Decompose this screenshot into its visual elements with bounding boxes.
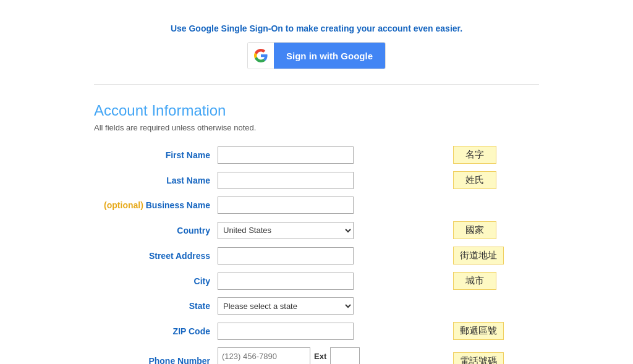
page-wrapper: Use Google Single Sign-On to make creati… [69,0,564,364]
first-name-row: First Name 名字 [94,142,539,167]
phone-number-row: Phone Number Ext Use an international nu… [94,344,539,364]
phone-annotation: 電話號碼 [453,352,504,365]
country-annotation-cell: 國家 [446,218,539,243]
country-select[interactable]: United States Canada United Kingdom Aust… [218,222,354,239]
last-name-annotation: 姓氏 [453,171,496,189]
business-name-annotation-cell [446,193,539,218]
business-name-label: (optional) Business Name [94,193,218,218]
business-name-input-cell [218,193,446,218]
street-address-annotation-cell: 街道地址 [446,243,539,268]
state-row: State Please select a state Alabama Alas… [94,294,539,318]
city-annotation: 城市 [453,272,496,290]
zip-code-annotation-cell: 郵遞區號 [446,318,539,344]
phone-block: Ext Use an international number [218,347,446,364]
account-section: Account Information All fields are requi… [94,99,539,364]
business-name-row: (optional) Business Name [94,193,539,218]
phone-row-content: Ext [218,347,446,364]
last-name-input-cell [218,167,446,193]
section-title: Account Information [94,102,539,119]
state-label: State [94,294,218,318]
optional-prefix: (optional) [104,200,143,210]
phone-number-label: Phone Number [94,344,218,364]
first-name-annotation-cell: 名字 [446,142,539,167]
ext-input[interactable] [330,347,360,364]
city-row: City 城市 [94,268,539,294]
country-input-cell: United States Canada United Kingdom Aust… [218,218,446,243]
sso-promo-text: Use Google Single Sign-On to make creati… [94,23,539,33]
country-label: Country [94,218,218,243]
phone-input[interactable] [218,347,310,364]
zip-code-label: ZIP Code [94,318,218,344]
city-label: City [94,268,218,294]
state-input-cell: Please select a state Alabama Alaska Ari… [218,294,446,318]
first-name-input-cell [218,142,446,167]
account-form: First Name 名字 Last Name 姓氏 [94,142,539,364]
street-address-row: Street Address 街道地址 [94,243,539,268]
google-signin-label: Sign in with Google [274,43,385,69]
zip-code-input-cell [218,318,446,344]
last-name-annotation-cell: 姓氏 [446,167,539,193]
zip-code-annotation: 郵遞區號 [453,322,504,340]
first-name-input[interactable] [218,146,354,164]
last-name-row: Last Name 姓氏 [94,167,539,193]
street-address-input-cell [218,243,446,268]
country-row: Country United States Canada United King… [94,218,539,243]
google-signin-button[interactable]: Sign in with Google [247,42,386,69]
google-icon [248,43,274,69]
country-annotation: 國家 [453,221,496,239]
required-note: All fields are required unless otherwise… [94,123,539,132]
business-name-input[interactable] [218,197,354,214]
zip-code-input[interactable] [218,323,354,340]
street-address-input[interactable] [218,247,354,265]
first-name-annotation: 名字 [453,146,496,164]
ext-label: Ext [314,352,326,361]
last-name-label: Last Name [94,167,218,193]
phone-annotation-cell: 電話號碼 [446,344,539,364]
city-input[interactable] [218,273,354,290]
zip-code-row: ZIP Code 郵遞區號 [94,318,539,344]
state-annotation-cell [446,294,539,318]
phone-number-input-cell: Ext Use an international number [218,344,446,364]
first-name-label: First Name [94,142,218,167]
city-input-cell [218,268,446,294]
state-select[interactable]: Please select a state Alabama Alaska Ari… [218,297,354,315]
sso-section: Use Google Single Sign-On to make creati… [94,12,539,85]
business-name-label-text: Business Name [146,200,210,210]
last-name-input[interactable] [218,172,354,189]
city-annotation-cell: 城市 [446,268,539,294]
street-address-annotation: 街道地址 [453,247,504,265]
street-address-label: Street Address [94,243,218,268]
